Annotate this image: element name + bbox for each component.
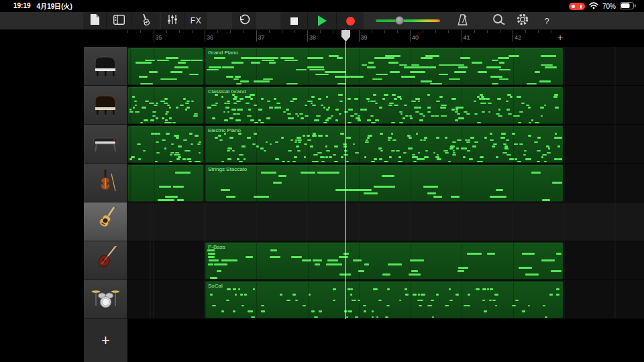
midi-note	[543, 305, 546, 307]
midi-region[interactable]	[127, 125, 204, 163]
fx-button[interactable]: FX	[184, 12, 207, 29]
track-header-p-bass[interactable]	[84, 241, 127, 280]
midi-note	[504, 145, 507, 147]
slider-knob[interactable]	[395, 16, 404, 25]
midi-note	[437, 115, 439, 117]
midi-note	[297, 137, 299, 139]
guitar-icon	[138, 13, 153, 29]
midi-note	[311, 310, 315, 312]
midi-note	[229, 117, 233, 119]
track-header-grand-piano[interactable]	[84, 47, 127, 86]
midi-note	[346, 137, 350, 139]
midi-note	[421, 80, 432, 82]
midi-region[interactable]: Grand Piano	[205, 48, 564, 85]
midi-note	[545, 316, 547, 318]
tracks-view-button[interactable]	[107, 12, 131, 29]
midi-note	[551, 270, 561, 272]
ruler-bar-tick	[154, 30, 154, 42]
midi-note	[292, 98, 297, 100]
midi-note	[404, 105, 407, 107]
midi-note	[294, 156, 297, 158]
track-header-classical-grand[interactable]	[84, 86, 127, 125]
midi-note	[464, 305, 467, 307]
midi-region[interactable]	[127, 164, 204, 202]
midi-region[interactable]: Electric Piano	[205, 125, 564, 163]
midi-note	[311, 103, 313, 105]
track-lane[interactable]	[127, 202, 644, 241]
song-browser-button[interactable]	[83, 12, 107, 29]
midi-region[interactable]: Strings Staccato	[205, 164, 564, 202]
midi-note	[189, 133, 193, 135]
track-header-electric-piano[interactable]	[84, 125, 127, 164]
midi-note	[546, 145, 549, 147]
midi-note	[251, 316, 255, 318]
midi-note	[537, 150, 540, 152]
master-volume-slider[interactable]	[373, 12, 443, 29]
midi-note	[482, 288, 486, 290]
midi-note	[454, 71, 466, 73]
help-button[interactable]: ?	[537, 12, 557, 29]
midi-note	[498, 57, 509, 59]
midi-note	[311, 101, 313, 103]
midi-note	[545, 66, 557, 68]
midi-note	[183, 139, 187, 141]
midi-note	[503, 143, 506, 145]
midi-note	[214, 263, 227, 265]
midi-region[interactable]: Classical Grand	[205, 86, 564, 124]
add-bars-button[interactable]: +	[555, 32, 566, 44]
midi-note	[247, 137, 250, 139]
region-label: SoCal	[208, 283, 223, 289]
midi-note	[266, 117, 270, 119]
instrument-browser-button[interactable]	[131, 12, 160, 29]
track-header-strings[interactable]	[84, 164, 127, 202]
midi-note	[411, 101, 415, 103]
battery-percent: 70%	[602, 3, 616, 10]
midi-note	[221, 310, 224, 312]
record-button[interactable]	[337, 12, 364, 29]
midi-note	[358, 119, 361, 121]
midi-note	[558, 158, 562, 160]
add-track-button[interactable]: +	[84, 319, 127, 362]
ruler[interactable]: + 3536373839404142	[127, 29, 644, 47]
midi-note	[557, 137, 562, 139]
midi-note	[164, 122, 168, 124]
midi-note	[476, 288, 479, 290]
midi-note	[170, 71, 182, 73]
track-controls-button[interactable]	[161, 12, 184, 29]
midi-note	[264, 150, 266, 152]
metronome-button[interactable]	[452, 12, 472, 29]
midi-note	[399, 111, 402, 113]
midi-note	[326, 96, 328, 98]
midi-note	[135, 111, 140, 113]
midi-note	[415, 111, 420, 113]
midi-region[interactable]: SoCal	[205, 281, 564, 318]
midi-note	[548, 147, 550, 149]
midi-region[interactable]	[127, 48, 204, 85]
ruler-beat-tick	[551, 30, 551, 33]
midi-note	[528, 107, 531, 109]
stop-button[interactable]	[280, 12, 308, 29]
play-button[interactable]	[308, 12, 337, 29]
midi-note	[363, 305, 366, 307]
midi-note	[282, 161, 285, 163]
midi-note	[156, 141, 160, 143]
undo-button[interactable]	[232, 12, 256, 29]
track-row: Electric Piano	[0, 125, 644, 164]
ruler-beat-tick	[230, 30, 231, 33]
midi-note	[378, 147, 381, 149]
midi-note	[364, 263, 369, 265]
ruler-bar-tick	[410, 30, 411, 42]
track-header-acoustic-guitar[interactable]	[84, 202, 127, 241]
ruler-beat-tick	[333, 30, 333, 33]
track-header-socal-drums[interactable]	[84, 280, 127, 319]
midi-note	[207, 69, 219, 71]
midi-region[interactable]	[127, 86, 204, 124]
screen-recording-indicator[interactable]	[569, 3, 585, 10]
loop-browser-button[interactable]	[488, 12, 508, 29]
midi-region[interactable]: P-Bass	[205, 242, 564, 280]
settings-button[interactable]	[511, 12, 534, 29]
midi-note	[180, 105, 183, 107]
midi-note	[351, 288, 353, 290]
midi-note	[472, 145, 476, 147]
midi-note	[233, 103, 237, 105]
